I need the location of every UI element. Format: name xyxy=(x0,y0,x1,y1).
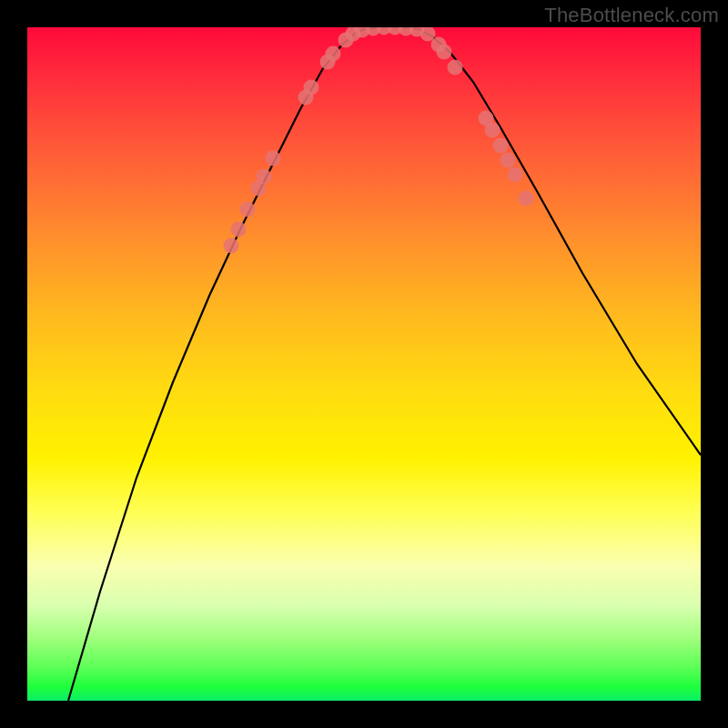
data-marker xyxy=(500,153,516,168)
plot-area xyxy=(27,27,701,701)
data-marker xyxy=(224,238,239,254)
data-marker xyxy=(326,46,341,62)
watermark: TheBottleneck.com xyxy=(544,4,719,27)
data-marker xyxy=(304,80,319,96)
data-marker xyxy=(437,45,452,60)
v-curve-line xyxy=(68,27,701,701)
marker-group xyxy=(224,27,534,254)
chart-frame: TheBottleneck.com xyxy=(0,0,728,728)
data-marker xyxy=(257,169,272,185)
data-marker xyxy=(508,167,523,183)
data-marker xyxy=(493,138,509,154)
v-curve-svg xyxy=(27,27,701,701)
data-marker xyxy=(240,202,256,217)
data-marker xyxy=(448,60,463,76)
data-marker xyxy=(485,123,500,138)
data-marker xyxy=(519,191,534,207)
data-marker xyxy=(231,222,247,238)
data-marker xyxy=(266,151,281,167)
